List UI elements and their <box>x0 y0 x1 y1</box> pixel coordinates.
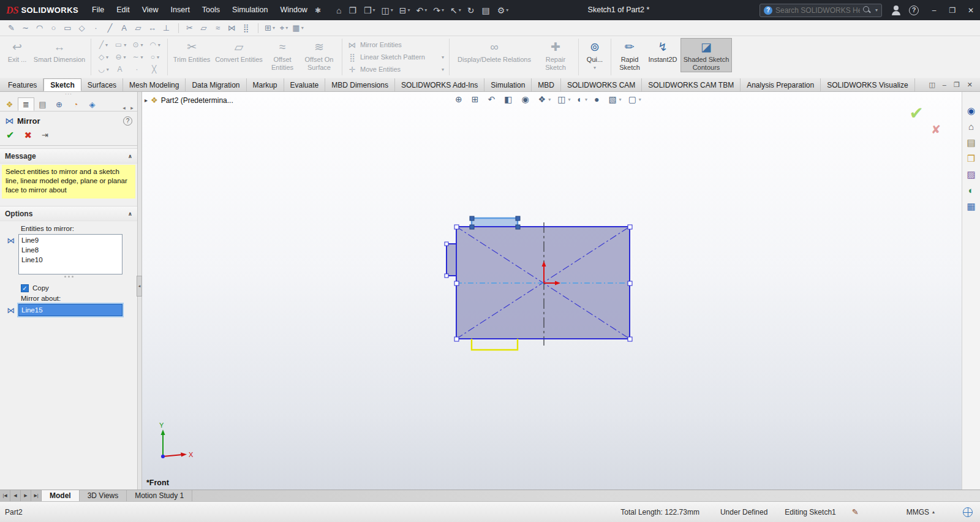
ribbon-tab[interactable]: SOLIDWORKS Visualize <box>821 78 915 91</box>
split-view-icon[interactable]: ◫ <box>929 81 935 89</box>
chevron-down-icon[interactable]: ▾ <box>442 55 444 60</box>
section-view-icon[interactable]: ◧ <box>504 94 514 104</box>
chevron-down-icon[interactable]: ▾ <box>442 67 444 72</box>
shaded-sketch-contours-button[interactable]: ◪ Shaded Sketch Contours <box>680 38 732 72</box>
tab-scroll-right-icon[interactable]: ▸ <box>128 105 136 111</box>
instant2d-button[interactable]: ↯ Instant2D <box>645 38 680 64</box>
first-tab-icon[interactable]: |◀ <box>0 490 10 501</box>
fillet-icon[interactable]: ◡ ▾ <box>95 63 112 75</box>
view-settings-icon[interactable]: ▢ ▾ <box>628 94 641 104</box>
entities-listbox[interactable]: Line9Line8Line10 <box>18 234 123 274</box>
open-document-icon[interactable]: ❒ ▾ <box>361 0 379 20</box>
home-icon[interactable]: ⌂ <box>968 121 974 132</box>
undo-icon[interactable]: ↶ ▾ <box>413 0 431 20</box>
pin-menu-icon[interactable]: ✱ <box>315 6 321 15</box>
menu-item[interactable]: Edit <box>110 0 136 20</box>
menu-item[interactable]: Insert <box>165 0 196 20</box>
zoom-area-icon[interactable]: ⊞ <box>472 94 481 104</box>
part-name[interactable]: Part2 (Predetermina... <box>161 96 233 105</box>
spline-tool-icon[interactable]: ∼ <box>19 23 33 32</box>
confirm-cancel-icon[interactable]: ✘ <box>931 123 941 137</box>
convert-tool-icon[interactable]: ▱ <box>197 23 211 32</box>
ok-button[interactable]: ✔ <box>6 129 14 141</box>
cancel-button[interactable]: ✖ <box>24 130 32 141</box>
relations-tool-icon[interactable]: ⊥ <box>160 23 174 32</box>
copy-checkbox[interactable]: ✓ <box>21 284 29 292</box>
rectangle-tool-icon[interactable]: ▭ <box>61 23 75 32</box>
panel-splitter[interactable]: ◂ <box>138 92 142 490</box>
move-entities-button[interactable]: ✛ Move Entities ▾ <box>347 65 444 74</box>
doc-minimize-icon[interactable]: – <box>943 81 946 88</box>
rectangle-icon[interactable]: ▭ ▾ <box>112 39 129 51</box>
dimxpertmanager-tab-icon[interactable]: ⊕ <box>51 97 67 111</box>
next-tab-icon[interactable]: ▶ <box>21 490 31 501</box>
text-tool-icon[interactable]: A <box>118 23 132 32</box>
graphics-area[interactable]: Y X ▸ ❖ Part2 (Predetermina... ⊕ ⊞ ↶ ◧ ◉ <box>142 92 962 490</box>
menu-item[interactable]: Tools <box>196 0 226 20</box>
display-style-icon[interactable]: ◫ ▾ <box>557 94 570 104</box>
more-tools-icon[interactable]: ⊞▾ <box>263 23 277 32</box>
help-icon[interactable]: ? <box>909 6 919 15</box>
help-search-input[interactable] <box>775 6 860 15</box>
expand-tree-icon[interactable]: ▸ <box>145 97 148 104</box>
listbox-item[interactable]: Line8 <box>19 245 122 255</box>
sketch-tool-icon[interactable]: ✎ <box>5 23 19 32</box>
circle-tool-icon[interactable]: ○ <box>47 23 61 32</box>
grid-tools-icon[interactable]: ▦▾ <box>291 23 305 32</box>
polygon-tool-icon[interactable]: ◇ <box>75 23 89 32</box>
tab-scroll-left-icon[interactable]: ◂ <box>120 105 128 111</box>
custom-properties-icon[interactable]: ▦ <box>967 201 975 211</box>
menu-item[interactable]: View <box>136 0 165 20</box>
exit-sketch-button[interactable]: ↩ Exit ... <box>3 38 31 64</box>
ribbon-tab[interactable]: Mesh Modeling <box>123 78 186 91</box>
zoom-to-fit-icon[interactable]: ⊕ <box>455 94 465 104</box>
mirror-entities-button[interactable]: ⋈ Mirror Entities <box>347 40 444 50</box>
previous-view-icon[interactable]: ↶ <box>488 94 497 104</box>
file-properties-icon[interactable]: ▤ <box>479 0 494 20</box>
convert-entities-button[interactable]: ▱ Convert Entities <box>213 38 265 64</box>
ribbon-tab[interactable]: SOLIDWORKS Add-Ins <box>395 78 484 91</box>
maximize-button[interactable]: ❐ <box>943 0 962 20</box>
slot-icon[interactable]: ⊖ ▾ <box>112 51 129 63</box>
offset-tool-icon[interactable]: ≈ <box>211 23 225 32</box>
menu-item[interactable]: Simulation <box>226 0 274 20</box>
pattern-tool-icon[interactable]: ⣿ <box>239 23 254 32</box>
user-account-icon[interactable] <box>891 5 902 16</box>
save-icon[interactable]: ◫ ▾ <box>379 0 396 20</box>
repair-sketch-button[interactable]: ✚ Repair Sketch <box>536 38 575 72</box>
ribbon-tab[interactable]: Markup <box>247 78 284 91</box>
feature-tree-flyout[interactable]: ▸ ❖ Part2 (Predetermina... <box>145 96 233 105</box>
offset-entities-button[interactable]: ≈ Offset Entities <box>265 38 300 72</box>
ribbon-tab[interactable]: Simulation <box>484 78 532 91</box>
mirror-tool-icon[interactable]: ⋈ <box>225 23 239 32</box>
smart-dimension-button[interactable]: ↔ Smart Dimension <box>31 38 88 64</box>
view-orientation-icon[interactable]: ❖ ▾ <box>538 94 551 104</box>
listbox-item[interactable]: Line9 <box>19 235 122 245</box>
new-document-icon[interactable]: ❐ <box>345 0 361 20</box>
view-palette-icon[interactable]: ▨ <box>967 169 975 180</box>
rapid-sketch-button[interactable]: ✏ Rapid Sketch <box>614 38 645 72</box>
select-icon[interactable]: ↖ ▾ <box>447 0 464 20</box>
point-icon[interactable]: ∙ <box>129 63 146 75</box>
circle-icon[interactable]: ⊙ ▾ <box>129 39 146 51</box>
close-button[interactable]: ✕ <box>962 0 980 20</box>
doc-close-icon[interactable]: ✕ <box>967 81 973 89</box>
design-library-icon[interactable]: ▤ <box>967 137 975 148</box>
solidworks-resources-icon[interactable]: ◉ <box>967 105 975 116</box>
rebuild-icon[interactable]: ↻ <box>464 0 479 20</box>
confirm-ok-icon[interactable]: ✔ <box>910 103 924 123</box>
listbox-resize-handle[interactable] <box>59 276 78 279</box>
view-tab[interactable]: Model <box>42 490 80 501</box>
keep-visible-pin-icon[interactable]: ⇥ <box>42 130 48 140</box>
help-search-box[interactable]: ? ▾ <box>760 4 882 17</box>
listbox-item[interactable]: Line10 <box>19 255 122 265</box>
snap-tools-icon[interactable]: ⌖▾ <box>277 23 291 33</box>
dynamic-annotation-icon[interactable]: ◉ <box>521 94 531 104</box>
ribbon-tab[interactable]: Evaluate <box>284 78 326 91</box>
options-icon[interactable]: ⚙ ▾ <box>494 0 512 20</box>
view-tab[interactable]: 3D Views <box>80 490 127 501</box>
globe-icon[interactable] <box>963 507 973 517</box>
construction-line-icon[interactable]: ╳ <box>146 63 164 75</box>
chevron-up-icon[interactable]: ∧ <box>128 153 132 159</box>
redo-icon[interactable]: ↷ ▾ <box>430 0 447 20</box>
